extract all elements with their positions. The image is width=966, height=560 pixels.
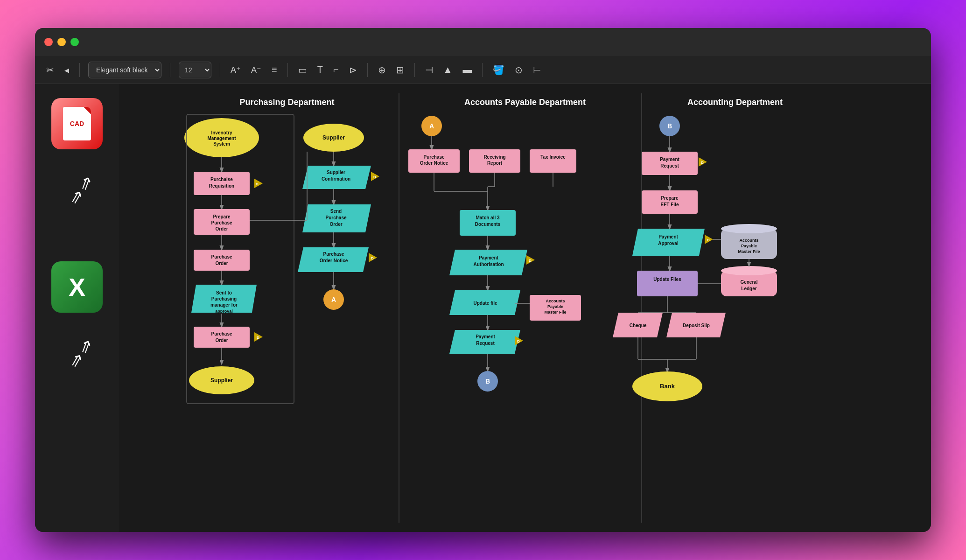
payment-req2-label2: Request [660, 163, 679, 168]
match3-label1: Match all 3 [476, 215, 500, 220]
scissors-icon[interactable]: ✂ [44, 63, 56, 77]
purch-req-label1: Purchaise [210, 177, 233, 182]
payment-approval-label2: Approval [658, 241, 679, 246]
align-h-icon[interactable]: ⊣ [423, 63, 435, 77]
ap-master2-label1: Accounts [739, 238, 758, 243]
cursor-icon[interactable]: ⊳ [347, 63, 359, 77]
auth-d-label: D [529, 259, 532, 263]
pon-d-label: D [371, 256, 374, 260]
rect-wide-icon[interactable]: ▬ [461, 63, 474, 77]
req2-d-label: D [701, 161, 704, 165]
tax-invoice-shape [530, 149, 576, 173]
payment-req-apd-label1: Payment [476, 334, 495, 339]
payment-approval-label1: Payment [658, 234, 678, 239]
excel-file-icon[interactable]: X [51, 261, 103, 313]
po2-shape [194, 327, 250, 348]
update-file-label: Update file [473, 301, 497, 306]
match3-label2: Documents [475, 222, 501, 227]
inv-mgmt-label1: Invenotry [211, 130, 232, 135]
table-icon[interactable]: ⊞ [394, 63, 406, 77]
supp-confirm-label1: Supplier [327, 170, 345, 175]
magic-icon[interactable]: ◂ [63, 63, 71, 77]
recv-report-label2: Report [487, 161, 503, 166]
req-d-label: D [517, 339, 520, 343]
font-size-select[interactable]: 12 [179, 62, 211, 78]
po1-shape [194, 250, 250, 271]
prep-po-label3: Order [215, 226, 228, 231]
titlebar [35, 28, 931, 56]
ap-master2-top [721, 224, 777, 233]
payment-auth-label2: Authorisation [474, 262, 504, 267]
prep-eft-label2: EFT File [661, 202, 679, 207]
update-files-shape [637, 271, 698, 296]
maximize-button[interactable] [70, 38, 79, 46]
sent-mgr-label3: manager for [210, 302, 238, 308]
connector-b-label: B [485, 378, 490, 385]
excel-label: X [69, 274, 85, 300]
main-window: ✂ ◂ Elegant soft black 12 A⁺ A⁻ ≡ ▭ T ⌐ … [35, 28, 931, 532]
gen-ledger-label2: Ledger [741, 286, 756, 291]
gen-ledger-top [721, 266, 777, 275]
align-icon[interactable]: ≡ [270, 63, 279, 77]
toolbar: ✂ ◂ Elegant soft black 12 A⁺ A⁻ ≡ ▭ T ⌐ … [35, 56, 931, 84]
separator-7 [482, 63, 483, 77]
po1-label2: Order [215, 261, 228, 266]
separator-3 [220, 63, 220, 77]
separator-1 [79, 63, 80, 77]
bank-label: Bank [660, 383, 675, 390]
ap-master2-label3: Master File [738, 249, 760, 254]
sent-mgr-label1: Sent to [216, 290, 232, 295]
separator-5 [367, 63, 368, 77]
crop-icon[interactable]: ⊢ [531, 63, 543, 77]
supplier-top-label: Supplier [322, 134, 345, 141]
purch-req-d-label: D [256, 182, 259, 186]
layers-icon[interactable]: ⊕ [376, 63, 388, 77]
send-po-label2: Purchase [325, 215, 346, 220]
update-files-label1: Update Files [653, 277, 681, 282]
cad-file-icon[interactable]: CAD [51, 98, 103, 149]
rectangle-icon[interactable]: ▭ [296, 63, 309, 77]
purch-req-label2: Requisition [209, 183, 234, 189]
approval-d-label: D [707, 238, 710, 242]
send-po-label1: Send [330, 209, 342, 214]
prep-eft-label1: Prepare [661, 196, 679, 201]
ap-master2-label2: Payable [741, 244, 757, 248]
po2-label1: Purchase [211, 331, 232, 336]
pon-label1: Purchase [323, 252, 344, 257]
font-up-icon[interactable]: A⁺ [229, 63, 243, 77]
payment-req-apd-label2: Request [476, 341, 495, 346]
accounting-dept-title: Accounting Department [687, 98, 783, 107]
ap-master1-label1: Accounts [546, 299, 565, 303]
po1-label1: Purchase [211, 254, 232, 259]
circle-icon[interactable]: ⊙ [513, 63, 525, 77]
ap-master1-label3: Master File [544, 310, 566, 315]
deposit-slip-label: Deposit Slip [683, 323, 710, 328]
main-area: CAD ⇓ ⇓ X ⇓ ⇓ [35, 84, 931, 532]
corner-icon[interactable]: ⌐ [331, 63, 341, 77]
payment-req2-label1: Payment [660, 157, 679, 162]
close-button[interactable] [44, 38, 53, 46]
supp-confirm-label2: Confirmation [322, 176, 350, 182]
gen-ledger-label1: General [740, 280, 757, 285]
minimize-button[interactable] [57, 38, 66, 46]
triangle-icon[interactable]: ▲ [441, 63, 455, 77]
sent-mgr-label2: Purchasing [211, 296, 237, 301]
ap-master1-label2: Payable [547, 304, 563, 309]
font-select[interactable]: Elegant soft black [88, 62, 161, 78]
canvas[interactable]: Purchasing Department Accounts Payable D… [119, 84, 931, 532]
sent-mgr-label4: approval [215, 309, 233, 314]
connector-a-label: A [331, 296, 336, 303]
apd-title: Accounts Payable Department [464, 98, 586, 107]
po-notice-apd-label1: Purchase [423, 154, 444, 160]
paint-icon[interactable]: 🪣 [491, 63, 506, 77]
cad-label: CAD [70, 120, 84, 127]
font-down-icon[interactable]: A⁻ [249, 63, 263, 77]
po-notice-apd-label2: Order Notice [420, 161, 448, 166]
supp-confirm-d-label: D [373, 175, 376, 179]
connector-a2-label: A [429, 122, 434, 130]
text-icon[interactable]: T [315, 63, 325, 77]
po2-label2: Order [215, 338, 228, 343]
pon-label2: Order Notice [320, 258, 348, 263]
recv-report-label1: Receiving [483, 154, 505, 160]
prep-po-label1: Prepare [213, 214, 231, 219]
